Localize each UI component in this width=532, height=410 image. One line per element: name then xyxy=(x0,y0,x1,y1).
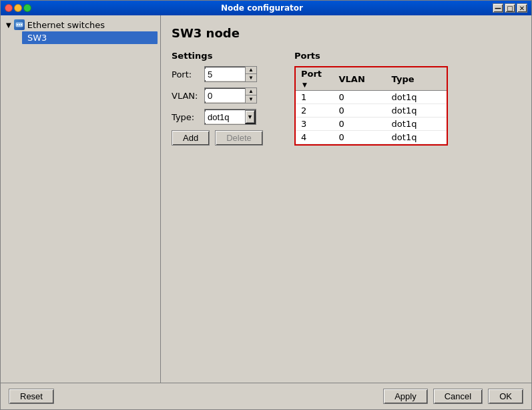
port-increment-button[interactable]: ▲ xyxy=(246,67,256,74)
two-panel: Settings Port: ▲ ▼ xyxy=(172,51,521,146)
column-header-port[interactable]: Port ▼ xyxy=(296,67,334,91)
port-field-row: Port: ▲ ▼ xyxy=(172,66,278,82)
vlan-spinbox[interactable]: ▲ ▼ xyxy=(204,87,257,104)
ports-panel: Ports Port ▼ VLAN Type xyxy=(294,51,521,146)
type-input[interactable] xyxy=(205,112,245,123)
close-traffic-light[interactable] xyxy=(5,4,13,12)
bottom-bar: Reset Apply Cancel OK xyxy=(1,383,531,409)
port-decrement-button[interactable]: ▼ xyxy=(246,74,256,81)
action-btn-row: Add Delete xyxy=(172,130,278,146)
cancel-button[interactable]: Cancel xyxy=(433,389,483,404)
cell-type: dot1q xyxy=(386,131,447,144)
cell-vlan: 0 xyxy=(334,131,386,144)
cell-vlan: 0 xyxy=(334,91,386,104)
cell-port: 1 xyxy=(296,91,334,104)
type-field-row: Type: ▼ xyxy=(172,109,278,125)
minimize-button[interactable]: — xyxy=(493,3,503,13)
traffic-lights xyxy=(5,4,31,12)
sidebar: ▼ Ethernet switches SW3 xyxy=(1,15,161,383)
cell-type: dot1q xyxy=(386,104,447,118)
settings-panel: Settings Port: ▲ ▼ xyxy=(172,51,278,146)
apply-button[interactable]: Apply xyxy=(383,389,428,404)
port-label: Port: xyxy=(172,69,202,79)
ethernet-switches-icon xyxy=(14,19,25,30)
add-button[interactable]: Add xyxy=(172,130,210,146)
content-area: SW3 node Settings Port: ▲ ▼ xyxy=(161,15,531,383)
settings-title: Settings xyxy=(172,51,278,61)
column-header-type[interactable]: Type xyxy=(386,67,447,91)
table-row[interactable]: 20dot1q xyxy=(296,104,447,118)
ports-table-wrapper: Port ▼ VLAN Type 10dot1q20dot1q30dot1q40… xyxy=(294,66,448,146)
window-title: Node configurator xyxy=(31,3,493,13)
window-content: ▼ Ethernet switches SW3 SW3 node xyxy=(1,15,531,409)
ports-table: Port ▼ VLAN Type 10dot1q20dot1q30dot1q40… xyxy=(296,67,447,144)
reset-button[interactable]: Reset xyxy=(9,389,54,404)
table-header-row: Port ▼ VLAN Type xyxy=(296,67,447,91)
tree-group-ethernet-switches[interactable]: ▼ Ethernet switches xyxy=(3,18,158,31)
vlan-spinbox-buttons: ▲ ▼ xyxy=(245,88,256,103)
type-label: Type: xyxy=(172,112,202,122)
table-row[interactable]: 10dot1q xyxy=(296,91,447,104)
title-bar: Node configurator — □ ✕ xyxy=(1,1,531,15)
vlan-field-row: VLAN: ▲ ▼ xyxy=(172,87,278,104)
table-row[interactable]: 30dot1q xyxy=(296,118,447,131)
cell-port: 3 xyxy=(296,118,334,131)
tree-arrow-icon: ▼ xyxy=(6,21,11,29)
sidebar-item-sw3[interactable]: SW3 xyxy=(22,31,158,44)
window-controls: — □ ✕ xyxy=(493,3,527,13)
close-button[interactable]: ✕ xyxy=(517,3,527,13)
column-header-vlan[interactable]: VLAN xyxy=(334,67,386,91)
main-window: Node configurator — □ ✕ ▼ xyxy=(0,0,532,410)
type-dropdown-button[interactable]: ▼ xyxy=(245,110,256,124)
port-spinbox-buttons: ▲ ▼ xyxy=(245,67,256,81)
port-input[interactable] xyxy=(205,69,245,80)
main-area: ▼ Ethernet switches SW3 SW3 node xyxy=(1,15,531,383)
ports-title: Ports xyxy=(294,51,521,61)
port-spinbox[interactable]: ▲ ▼ xyxy=(204,66,257,82)
delete-button[interactable]: Delete xyxy=(215,130,263,146)
cell-port: 2 xyxy=(296,104,334,118)
table-row[interactable]: 40dot1q xyxy=(296,131,447,144)
ports-table-header: Port ▼ VLAN Type xyxy=(296,67,447,91)
cell-vlan: 0 xyxy=(334,118,386,131)
maximize-button[interactable]: □ xyxy=(505,3,515,13)
svg-rect-1 xyxy=(17,24,18,25)
maximize-traffic-light[interactable] xyxy=(23,4,31,12)
ports-table-body: 10dot1q20dot1q30dot1q40dot1q xyxy=(296,91,447,144)
svg-rect-2 xyxy=(19,24,20,25)
bottom-right-buttons: Apply Cancel OK xyxy=(383,389,523,404)
ok-button[interactable]: OK xyxy=(488,389,523,404)
vlan-input[interactable] xyxy=(205,90,245,101)
vlan-decrement-button[interactable]: ▼ xyxy=(246,95,256,103)
svg-rect-3 xyxy=(21,24,22,25)
cell-type: dot1q xyxy=(386,91,447,104)
vlan-increment-button[interactable]: ▲ xyxy=(246,88,256,95)
minimize-traffic-light[interactable] xyxy=(14,4,22,12)
tree-group-label: Ethernet switches xyxy=(27,20,105,30)
cell-type: dot1q xyxy=(386,118,447,131)
sort-icon-port: ▼ xyxy=(302,81,307,88)
type-combobox[interactable]: ▼ xyxy=(204,109,256,125)
cell-port: 4 xyxy=(296,131,334,144)
vlan-label: VLAN: xyxy=(172,91,202,101)
cell-vlan: 0 xyxy=(334,104,386,118)
page-title: SW3 node xyxy=(172,26,521,40)
